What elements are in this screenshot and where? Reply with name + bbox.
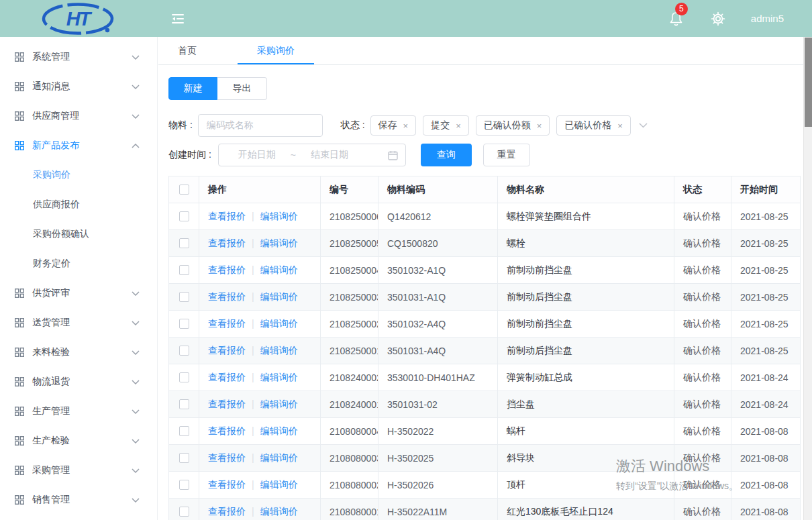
sidebar-item-production-inspection[interactable]: 生产检验	[0, 426, 157, 456]
sidebar-item-new-product-release[interactable]: 新产品发布	[0, 131, 157, 160]
user-menu[interactable]: admin5	[751, 13, 784, 24]
grid-menu-icon	[15, 52, 24, 62]
sidebar-item-logistics-return[interactable]: 物流退货	[0, 367, 157, 397]
date-range-picker[interactable]: 开始日期 ~ 结束日期	[218, 144, 406, 166]
view-quote-link[interactable]: 查看报价	[208, 318, 246, 329]
row-checkbox[interactable]	[179, 372, 189, 382]
row-checkbox[interactable]	[179, 480, 189, 490]
view-quote-link[interactable]: 查看报价	[208, 399, 246, 409]
col-header-operation: 操作	[199, 176, 321, 203]
sidebar-subitem-purchase-inquiry[interactable]: 采购询价	[0, 160, 157, 190]
row-checkbox[interactable]	[179, 507, 189, 517]
tag-close-icon[interactable]: ×	[403, 121, 409, 131]
sidebar-item-purchase-management[interactable]: 采购管理	[0, 456, 157, 485]
select-chevron-down-icon[interactable]	[639, 123, 648, 128]
status-value: 确认价格	[674, 230, 731, 257]
material-code: 3501031-A4Q	[378, 337, 498, 364]
row-checkbox[interactable]	[179, 211, 189, 221]
filter-row-1: 物料 : 编码或名称 状态 : 保存 × 提交 × 已确认份额 × 已确认价格 …	[168, 114, 802, 137]
sidebar-item-sales-management[interactable]: 销售管理	[0, 485, 157, 515]
sidebar-item-incoming-inspection[interactable]: 来料检验	[0, 337, 157, 367]
tag-close-icon[interactable]: ×	[456, 121, 461, 131]
tab-home[interactable]: 首页	[173, 37, 201, 64]
edit-inquiry-link[interactable]: 编辑询价	[260, 452, 298, 463]
view-quote-link[interactable]: 查看报价	[208, 479, 246, 490]
row-checkbox[interactable]	[179, 399, 189, 409]
sidebar-item-notification-message[interactable]: 通知消息	[0, 72, 157, 101]
sidebar-subitem-finance-pricing[interactable]: 财务定价	[0, 249, 157, 278]
row-checkbox[interactable]	[179, 265, 189, 275]
edit-inquiry-link[interactable]: 编辑询价	[260, 264, 298, 275]
sidebar-item-supply-review[interactable]: 供货评审	[0, 278, 157, 308]
sidebar-item-label: 生产检验	[32, 435, 70, 447]
tab-purchase-inquiry[interactable]: 采购询价	[238, 37, 314, 64]
notification-bell-icon[interactable]: 5	[669, 11, 684, 27]
sidebar-item-production-management[interactable]: 生产管理	[0, 397, 157, 426]
sidebar-item-supplier-management[interactable]: 供应商管理	[0, 101, 157, 131]
action-divider: |	[252, 211, 254, 221]
grid-menu-icon	[15, 407, 24, 416]
edit-inquiry-link[interactable]: 编辑询价	[260, 399, 298, 409]
sidebar-item-system-management[interactable]: 系统管理	[0, 42, 157, 72]
new-button[interactable]: 新建	[168, 77, 217, 100]
export-button[interactable]: 导出	[217, 77, 267, 100]
edit-inquiry-link[interactable]: 编辑询价	[260, 291, 298, 302]
inquiry-number: 2108250004	[321, 257, 378, 284]
view-quote-link[interactable]: 查看报价	[208, 238, 246, 248]
inquiry-number: 2108250006	[321, 203, 378, 230]
row-checkbox[interactable]	[179, 238, 189, 248]
sidebar-item-label: 来料检验	[32, 346, 70, 358]
start-date: 2021-08-25	[731, 311, 801, 337]
edit-inquiry-link[interactable]: 编辑询价	[260, 506, 298, 517]
sidebar-subitem-purchase-share-confirm[interactable]: 采购份额确认	[0, 219, 157, 249]
sidebar-item-label: 新产品发布	[32, 140, 79, 152]
material-name: 蜗杆	[498, 418, 674, 445]
reset-button[interactable]: 重置	[483, 144, 530, 166]
row-checkbox[interactable]	[179, 292, 189, 302]
view-quote-link[interactable]: 查看报价	[208, 345, 246, 356]
material-name: 前制动后挡尘盘	[498, 284, 674, 311]
view-quote-link[interactable]: 查看报价	[208, 425, 246, 436]
view-quote-link[interactable]: 查看报价	[208, 211, 246, 221]
start-date: 2021-08-08	[731, 445, 801, 472]
select-all-checkbox[interactable]	[179, 185, 189, 195]
edit-inquiry-link[interactable]: 编辑询价	[260, 372, 298, 382]
material-code: 3501032-A1Q	[378, 257, 498, 284]
status-multiselect[interactable]: 保存 × 提交 × 已确认份额 × 已确认价格 ×	[370, 115, 638, 136]
vertical-scrollbar[interactable]	[803, 37, 812, 520]
chevron-down-icon	[132, 85, 140, 89]
action-divider: |	[252, 345, 254, 356]
row-checkbox[interactable]	[179, 346, 189, 356]
row-checkbox[interactable]	[179, 426, 189, 436]
sidebar-item-label: 物流退货	[32, 376, 70, 388]
sidebar-subitem-label: 采购份额确认	[33, 228, 89, 240]
grid-menu-icon	[15, 111, 24, 121]
edit-inquiry-link[interactable]: 编辑询价	[260, 211, 298, 221]
grid-menu-icon	[15, 141, 24, 150]
view-quote-link[interactable]: 查看报价	[208, 452, 246, 463]
sidebar-subitem-supplier-quotation[interactable]: 供应商报价	[0, 190, 157, 219]
row-checkbox[interactable]	[179, 453, 189, 463]
menu-fold-icon[interactable]	[169, 10, 187, 28]
edit-inquiry-link[interactable]: 编辑询价	[260, 425, 298, 436]
row-checkbox[interactable]	[179, 319, 189, 329]
edit-inquiry-link[interactable]: 编辑询价	[260, 345, 298, 356]
material-name: 红光130底板毛坯止口124	[498, 499, 674, 520]
edit-inquiry-link[interactable]: 编辑询价	[260, 479, 298, 490]
material-input[interactable]: 编码或名称	[198, 114, 323, 137]
start-date: 2021-08-24	[731, 364, 801, 391]
view-quote-link[interactable]: 查看报价	[208, 506, 246, 517]
view-quote-link[interactable]: 查看报价	[208, 291, 246, 302]
tag-close-icon[interactable]: ×	[617, 121, 623, 131]
tag-close-icon[interactable]: ×	[537, 121, 542, 131]
col-header-start-time: 开始时间	[731, 176, 801, 203]
sidebar-item-delivery-management[interactable]: 送货管理	[0, 308, 157, 337]
scrollbar-thumb[interactable]	[805, 38, 812, 127]
edit-inquiry-link[interactable]: 编辑询价	[260, 318, 298, 329]
settings-gear-icon[interactable]	[711, 11, 725, 26]
view-quote-link[interactable]: 查看报价	[208, 372, 246, 382]
query-button[interactable]: 查询	[421, 144, 472, 166]
edit-inquiry-link[interactable]: 编辑询价	[260, 238, 298, 248]
sidebar-menu: 系统管理 通知消息 供应商管理	[0, 37, 158, 520]
view-quote-link[interactable]: 查看报价	[208, 264, 246, 275]
